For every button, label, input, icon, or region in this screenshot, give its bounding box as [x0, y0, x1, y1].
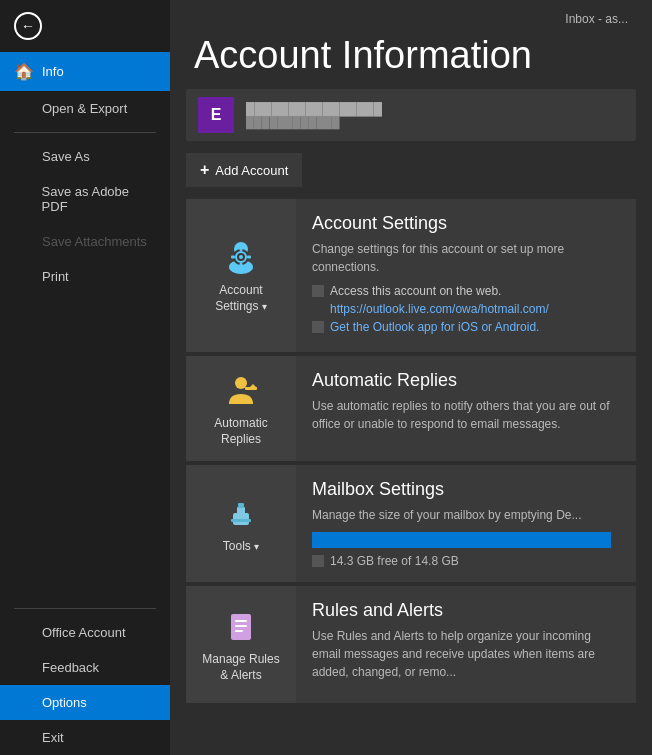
sidebar-item-save-as-label: Save As — [42, 149, 90, 164]
sidebar-item-open-export[interactable]: Open & Export — [0, 91, 170, 126]
sidebar-item-save-attachments-label: Save Attachments — [42, 234, 147, 249]
rules-alerts-title: Rules and Alerts — [312, 600, 620, 621]
main-header: Inbox - as... — [170, 0, 652, 34]
sidebar-item-open-export-label: Open & Export — [42, 101, 127, 116]
page-title: Account Information — [170, 34, 652, 89]
sidebar-item-save-as[interactable]: Save As — [0, 139, 170, 174]
sidebar-divider-1 — [14, 132, 156, 133]
automatic-replies-desc: Use automatic replies to notify others t… — [312, 397, 620, 433]
sidebar-item-feedback[interactable]: Feedback — [0, 650, 170, 685]
back-button[interactable]: ← — [0, 0, 170, 52]
rules-alerts-desc: Use Rules and Alerts to help organize yo… — [312, 627, 620, 681]
avatar: E — [198, 97, 234, 133]
sidebar-item-options-label: Options — [42, 695, 87, 710]
rules-alerts-content: Rules and Alerts Use Rules and Alerts to… — [296, 586, 636, 703]
account-settings-content: Account Settings Change settings for thi… — [296, 199, 636, 352]
inbox-label: Inbox - as... — [565, 12, 628, 26]
checkbox-1 — [312, 285, 324, 297]
svg-rect-18 — [235, 630, 243, 632]
outlook-mobile-link[interactable]: Get the Outlook app for iOS or Android. — [330, 320, 539, 334]
account-settings-link-row-3: Get the Outlook app for iOS or Android. — [312, 320, 620, 334]
account-settings-card: AccountSettings ▾ Account Settings Chang… — [186, 199, 636, 352]
account-settings-card-label: AccountSettings ▾ — [215, 283, 267, 314]
account-email: ████████████████ — [246, 102, 382, 116]
avatar-letter: E — [211, 106, 222, 124]
svg-rect-10 — [245, 387, 257, 390]
account-settings-link-row-2: https://outlook.live.com/owa/hotmail.com… — [312, 302, 620, 316]
back-icon: ← — [14, 12, 42, 40]
rules-alerts-card: Manage Rules& Alerts Rules and Alerts Us… — [186, 586, 636, 703]
add-icon: + — [200, 161, 209, 179]
sidebar-bottom: Office Account Feedback Options Exit — [0, 602, 170, 755]
account-settings-link-row-1: Access this account on the web. — [312, 284, 620, 298]
automatic-replies-svg-icon — [221, 370, 261, 410]
rules-alerts-svg-icon — [221, 606, 261, 646]
sidebar-item-print-label: Print — [42, 269, 69, 284]
svg-rect-13 — [238, 503, 244, 508]
add-account-button[interactable]: + Add Account — [186, 153, 302, 187]
sidebar-divider-2 — [14, 608, 156, 609]
sidebar-item-save-adobe-label: Save as Adobe PDF — [42, 184, 156, 214]
sidebar-item-office-account-label: Office Account — [42, 625, 126, 640]
sidebar-item-exit-label: Exit — [42, 730, 64, 745]
tools-svg-icon — [221, 493, 261, 533]
automatic-replies-content: Automatic Replies Use automatic replies … — [296, 356, 636, 461]
account-settings-icon-box[interactable]: AccountSettings ▾ — [186, 199, 296, 352]
sidebar-item-save-attachments: Save Attachments — [0, 224, 170, 259]
storage-checkbox — [312, 555, 324, 567]
automatic-replies-card-label: AutomaticReplies — [214, 416, 267, 447]
account-info: ████████████████ ████████████ — [246, 102, 382, 128]
sidebar-item-office-account[interactable]: Office Account — [0, 615, 170, 650]
svg-rect-7 — [231, 255, 235, 258]
sidebar-item-options[interactable]: Options — [0, 685, 170, 720]
sidebar-item-info-label: Info — [42, 64, 64, 79]
main-content: Inbox - as... Account Information E ████… — [170, 0, 652, 755]
sidebar-item-info[interactable]: 🏠 Info — [0, 52, 170, 91]
account-settings-desc: Change settings for this account or set … — [312, 240, 620, 276]
rules-alerts-icon-box[interactable]: Manage Rules& Alerts — [186, 586, 296, 703]
svg-rect-6 — [240, 263, 243, 267]
mailbox-settings-title: Mailbox Settings — [312, 479, 620, 500]
svg-rect-12 — [237, 507, 245, 515]
svg-rect-17 — [235, 625, 247, 627]
sidebar-item-print[interactable]: Print — [0, 259, 170, 294]
sidebar-item-save-adobe[interactable]: Save as Adobe PDF — [0, 174, 170, 224]
mailbox-settings-card: Tools ▾ Mailbox Settings Manage the size… — [186, 465, 636, 582]
sidebar-item-feedback-label: Feedback — [42, 660, 99, 675]
automatic-replies-card: AutomaticReplies Automatic Replies Use a… — [186, 356, 636, 461]
account-bar: E ████████████████ ████████████ — [186, 89, 636, 141]
mailbox-settings-desc: Manage the size of your mailbox by empty… — [312, 506, 620, 524]
add-account-label: Add Account — [215, 163, 288, 178]
automatic-replies-title: Automatic Replies — [312, 370, 620, 391]
account-settings-title: Account Settings — [312, 213, 620, 234]
automatic-replies-icon-box[interactable]: AutomaticReplies — [186, 356, 296, 461]
svg-point-4 — [239, 255, 243, 259]
account-subtext: ████████████ — [246, 116, 382, 128]
home-icon: 🏠 — [14, 62, 32, 81]
checkbox-2 — [312, 321, 324, 333]
svg-rect-14 — [231, 519, 251, 522]
sidebar: ← 🏠 Info Open & Export Save As Save as A… — [0, 0, 170, 755]
cards-area: AccountSettings ▾ Account Settings Chang… — [170, 199, 652, 755]
storage-label: 14.3 GB free of 14.8 GB — [330, 554, 459, 568]
account-settings-svg-icon — [221, 237, 261, 277]
mailbox-settings-content: Mailbox Settings Manage the size of your… — [296, 465, 636, 582]
tools-card-label: Tools ▾ — [223, 539, 259, 555]
outlook-web-link[interactable]: https://outlook.live.com/owa/hotmail.com… — [330, 302, 549, 316]
svg-point-9 — [235, 377, 247, 389]
svg-rect-16 — [235, 620, 247, 622]
mailbox-storage-text: 14.3 GB free of 14.8 GB — [312, 554, 620, 568]
sidebar-item-exit[interactable]: Exit — [0, 720, 170, 755]
svg-rect-5 — [240, 247, 243, 251]
svg-rect-8 — [247, 255, 251, 258]
account-web-access-text: Access this account on the web. — [330, 284, 501, 298]
mailbox-settings-icon-box[interactable]: Tools ▾ — [186, 465, 296, 582]
rules-alerts-card-label: Manage Rules& Alerts — [202, 652, 279, 683]
mailbox-progress-bar — [312, 532, 611, 548]
